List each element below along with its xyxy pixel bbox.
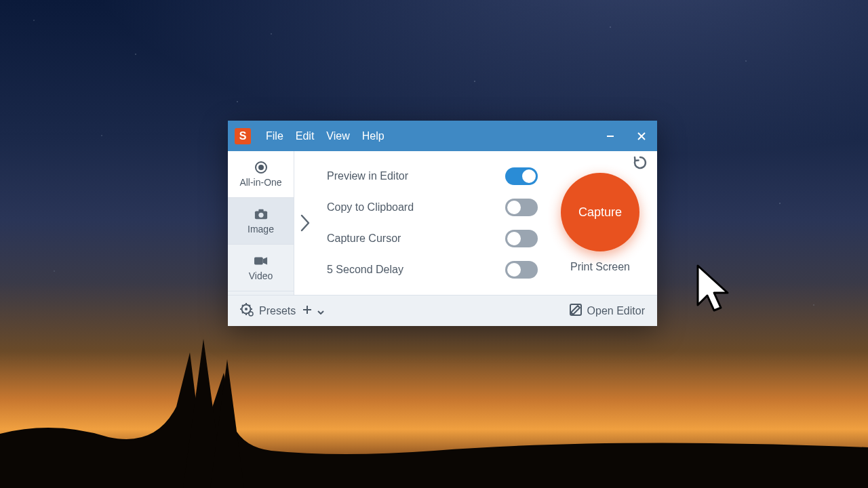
menu-bar: File Edit View Help — [266, 130, 384, 142]
chevron-down-icon — [317, 305, 324, 317]
svg-rect-8 — [254, 258, 263, 265]
option-label: Preview in Editor — [327, 170, 408, 182]
svg-point-7 — [258, 213, 263, 218]
capture-column: Capture Print Screen — [543, 151, 657, 295]
sidebar-item-label: Video — [249, 270, 273, 281]
sidebar-item-video[interactable]: Video — [228, 245, 294, 291]
target-icon — [254, 161, 268, 174]
option-label: Capture Cursor — [327, 232, 401, 245]
toggle-preview-in-editor[interactable] — [505, 167, 538, 185]
sidebar-item-all-in-one[interactable]: All-in-One — [228, 151, 294, 198]
menu-file[interactable]: File — [266, 130, 283, 142]
svg-point-4 — [258, 165, 264, 170]
edit-icon — [570, 304, 582, 319]
menu-help[interactable]: Help — [362, 130, 384, 142]
minimize-button[interactable] — [595, 121, 626, 151]
app-window: S File Edit View Help All-in-One — [228, 121, 657, 326]
capture-hotkey-label[interactable]: Print Screen — [570, 261, 630, 273]
svg-line-17 — [242, 312, 243, 313]
add-preset-button[interactable] — [302, 305, 324, 317]
camera-icon — [254, 207, 268, 221]
mode-sidebar: All-in-One Image Video — [228, 151, 294, 295]
svg-rect-6 — [258, 209, 263, 212]
svg-point-19 — [249, 312, 253, 316]
svg-line-15 — [242, 305, 243, 306]
options-panel: Preview in Editor Copy to Clipboard Capt… — [316, 151, 543, 295]
menu-view[interactable]: View — [326, 130, 349, 142]
close-button[interactable] — [626, 121, 657, 151]
toggle-copy-to-clipboard[interactable] — [505, 199, 538, 216]
svg-line-18 — [249, 305, 250, 306]
toggle-capture-cursor[interactable] — [505, 230, 538, 247]
undo-icon[interactable] — [633, 155, 648, 173]
sidebar-item-image[interactable]: Image — [228, 198, 294, 245]
open-editor-button[interactable]: Open Editor — [570, 304, 645, 319]
presets-label: Presets — [259, 305, 296, 317]
toggle-5-second-delay[interactable] — [505, 261, 538, 279]
chevron-right-icon — [294, 151, 316, 295]
plus-icon — [302, 305, 312, 317]
sidebar-item-label: Image — [248, 224, 274, 235]
sidebar-item-label: All-in-One — [239, 177, 281, 188]
gear-icon — [240, 303, 254, 319]
option-label: 5 Second Delay — [327, 264, 403, 276]
footer-bar: Presets Open Editor — [228, 295, 657, 326]
open-editor-label: Open Editor — [587, 305, 645, 317]
desktop-background-silhouette — [0, 312, 868, 488]
video-icon — [254, 254, 268, 268]
svg-point-10 — [245, 308, 248, 310]
app-logo-icon: S — [235, 128, 251, 144]
titlebar[interactable]: S File Edit View Help — [228, 121, 657, 151]
capture-button[interactable]: Capture — [561, 173, 639, 251]
menu-edit[interactable]: Edit — [296, 130, 315, 142]
presets-button[interactable]: Presets — [240, 303, 296, 319]
option-label: Copy to Clipboard — [327, 201, 414, 214]
